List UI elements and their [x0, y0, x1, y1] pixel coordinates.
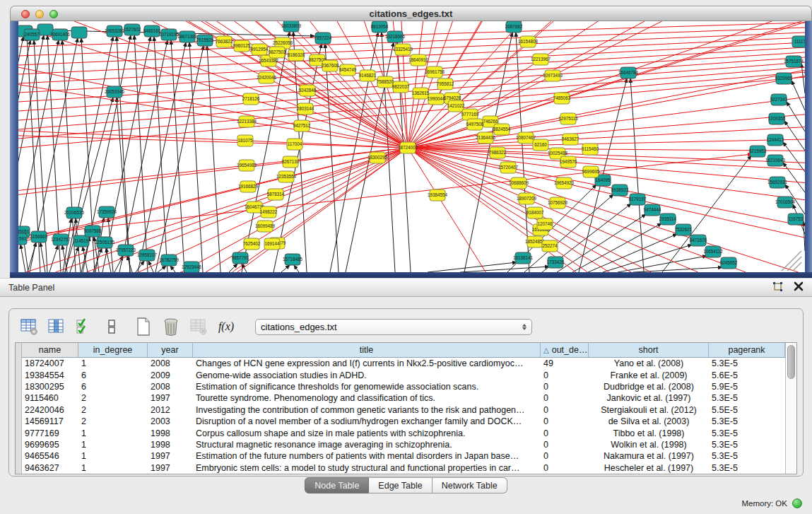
network-canvas[interactable]: 2405572069140610653287152760284661601071… — [18, 21, 805, 272]
graph-node[interactable] — [71, 27, 87, 38]
graph-node[interactable]: 22420046 — [257, 72, 277, 83]
table-row[interactable]: 1872400712008Changes of HCN gene express… — [22, 358, 785, 369]
graph-node[interactable]: 18907209 — [517, 193, 537, 204]
table-cell[interactable]: Tourette syndrome. Phenomenology and cla… — [193, 393, 541, 403]
graph-node[interactable]: 15720407 — [498, 162, 519, 173]
zoom-button[interactable] — [49, 10, 58, 18]
table-cell[interactable]: 5.3E-5 — [709, 440, 785, 450]
table-cell[interactable]: 6 — [78, 370, 148, 380]
graph-node[interactable]: 19654923 — [554, 177, 575, 189]
graph-node[interactable]: 10756928 — [548, 197, 568, 209]
column-header-name[interactable]: name — [22, 343, 78, 357]
tab-network-table[interactable]: Network Table — [433, 477, 507, 493]
resize-grip-icon[interactable] — [782, 251, 801, 271]
graph-node[interactable]: 8938923 — [611, 185, 629, 196]
table-cell[interactable]: 0 — [541, 393, 589, 403]
graph-node[interactable]: 7615526 — [196, 35, 214, 46]
graph-node[interactable]: 3824554 — [493, 124, 511, 135]
table-cell[interactable]: 5.3E-5 — [709, 358, 785, 368]
table-cell[interactable]: 2003 — [148, 416, 193, 426]
table-cell[interactable]: 0 — [541, 405, 589, 415]
select-columns-button[interactable] — [74, 317, 94, 337]
column-header-in_degree[interactable]: in_degree — [78, 343, 148, 357]
graph-node[interactable]: 15692931 — [767, 177, 788, 188]
table-cell[interactable]: 2008 — [148, 382, 193, 392]
graph-node[interactable]: 1498222 — [260, 206, 278, 218]
graph-node[interactable]: 9960125 — [233, 40, 251, 52]
graph-node[interactable]: 16154808 — [518, 36, 539, 47]
table-cell[interactable]: Changes of HCN gene expression and I(f) … — [193, 358, 541, 368]
graph-node[interactable]: 16210643 — [765, 155, 786, 166]
table-cell[interactable]: Franke et al. (2009) — [589, 370, 709, 380]
graph-node[interactable]: 1156869 — [30, 231, 48, 243]
graph-node[interactable]: 16961758 — [425, 66, 445, 78]
graph-node[interactable]: 8454749 — [339, 64, 357, 76]
table-cell[interactable]: 5.3E-5 — [709, 393, 785, 403]
graph-node[interactable]: 8215953 — [749, 146, 767, 157]
graph-node[interactable]: 181075 — [237, 135, 253, 146]
table-cell[interactable]: 5.3E-5 — [709, 451, 785, 461]
column-header-out_de[interactable]: △out_de… — [541, 343, 589, 357]
table-cell[interactable]: 1 — [78, 440, 148, 450]
graph-node[interactable]: 9827503 — [269, 47, 286, 58]
table-cell[interactable]: Estimation of significance thresholds fo… — [193, 382, 541, 392]
table-cell[interactable]: Stergiakouli et al. (2012) — [589, 405, 709, 415]
graph-node[interactable]: 7663822 — [216, 36, 233, 47]
resize-grip-icon[interactable] — [787, 257, 801, 271]
table-cell[interactable]: 0 — [541, 382, 589, 392]
table-mode-button[interactable] — [19, 317, 39, 337]
graph-node[interactable]: 10958107 — [137, 250, 158, 261]
graph-node[interactable]: 7485063 — [553, 93, 571, 104]
table-cell[interactable]: Nakamura et al. (1997) — [589, 451, 709, 461]
graph-node[interactable]: 12923448 — [182, 262, 202, 272]
column-header-title[interactable]: title — [193, 343, 541, 357]
graph-node[interactable]: 7857224 — [314, 33, 332, 44]
table-cell[interactable]: 1998 — [148, 440, 193, 450]
table-row[interactable]: 969969511998Structural magnetic resonanc… — [22, 439, 785, 450]
graph-node[interactable]: 8471676 — [690, 235, 707, 246]
table-cell[interactable]: 9777169 — [22, 428, 78, 438]
graph-node[interactable]: 2687682 — [505, 21, 523, 33]
graph-node[interactable]: 1244413 — [767, 134, 784, 146]
float-panel-button[interactable] — [772, 281, 784, 295]
graph-node[interactable]: 252274 — [542, 240, 558, 252]
table-cell[interactable]: Dudbridge et al. (2008) — [589, 382, 709, 392]
table-cell[interactable]: 2 — [78, 393, 148, 403]
graph-node[interactable]: 19654983 — [237, 160, 257, 171]
graph-node[interactable]: 9227341 — [770, 94, 788, 105]
show-columns-button[interactable] — [47, 317, 66, 337]
table-cell[interactable]: 9115460 — [22, 393, 78, 403]
tab-node-table[interactable]: Node Table — [305, 477, 369, 493]
scrollbar-thumb[interactable] — [787, 345, 795, 379]
graph-node[interactable]: 6497508 — [466, 119, 484, 130]
graph-node[interactable]: 10653287 — [105, 25, 125, 37]
table-cell[interactable]: 9465546 — [22, 451, 78, 461]
table-cell[interactable]: 5.3E-5 — [709, 416, 785, 426]
table-cell[interactable]: 19384554 — [22, 370, 78, 380]
table-row[interactable]: 946554611997Estimation of the future num… — [22, 450, 785, 462]
graph-node[interactable]: 12975115 — [558, 113, 578, 124]
graph-node[interactable]: 10719195 — [159, 29, 180, 40]
graph-node[interactable]: 12213967 — [531, 54, 551, 65]
graph-node[interactable]: 9184007 — [526, 207, 544, 218]
graph-node[interactable]: 9857791 — [232, 252, 249, 264]
table-cell[interactable]: Genome-wide association studies in ADHD. — [193, 370, 541, 380]
table-cell[interactable]: Embryonic stem cells: a model to study s… — [193, 463, 541, 473]
graph-node[interactable]: 120746 — [537, 218, 553, 230]
graph-node[interactable]: 117004 — [287, 139, 302, 150]
table-row[interactable]: 946362711997Embryonic stem cells: a mode… — [22, 462, 785, 474]
table-row[interactable]: 1938455462009Genome-wide association stu… — [22, 369, 785, 380]
table-cell[interactable]: 0 — [541, 416, 589, 426]
table-cell[interactable]: 0 — [541, 451, 589, 461]
graph-node[interactable]: 9463627 — [562, 134, 579, 145]
table-cell[interactable]: Tibbo et al. (1998) — [589, 428, 709, 438]
table-cell[interactable]: Disruption of a novel member of a sodium… — [193, 416, 541, 426]
close-panel-button[interactable] — [794, 281, 804, 294]
graph-node[interactable]: 20691406 — [50, 29, 71, 40]
graph-node[interactable]: 16099489 — [255, 221, 276, 232]
table-cell[interactable]: 2 — [78, 416, 148, 426]
graph-node[interactable]: 12505135 — [95, 237, 115, 248]
table-cell[interactable]: 5.3E-5 — [709, 428, 785, 438]
graph-node[interactable]: 12342757 — [51, 234, 71, 245]
graph-node[interactable]: 10688609 — [509, 177, 529, 189]
